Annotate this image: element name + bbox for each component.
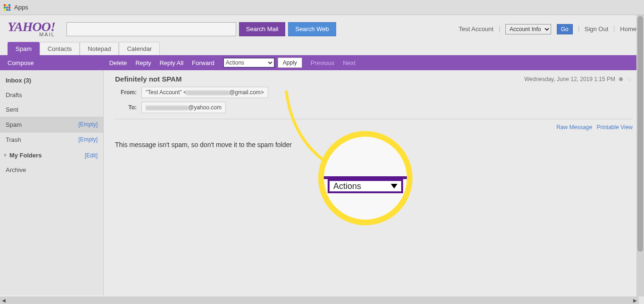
home-link[interactable]: Home [620,25,636,33]
apps-label[interactable]: Apps [14,4,28,11]
message-subject: Definitely not SPAM [115,75,182,83]
dropdown-caret-icon [391,184,397,189]
sign-out-link[interactable]: Sign Out [585,25,609,33]
caret-down-icon: ▼ [3,153,8,158]
separator [578,26,579,33]
tab-calendar[interactable]: Calendar [119,42,160,55]
from-label: From: [115,89,137,96]
sidebar-item-sent[interactable]: Sent [0,102,103,117]
to-label: To: [115,104,137,111]
message-view-links: Raw Message Printable View [115,124,633,131]
tab-contacts[interactable]: Contacts [40,42,80,55]
sidebar-item-trash[interactable]: Trash [Empty] [0,132,103,147]
redacted-text [146,106,188,110]
toolbar: Compose Delete Reply Reply All Forward A… [0,55,644,70]
delete-button[interactable]: Delete [109,59,127,66]
search-web-button[interactable]: Search Web [288,22,336,36]
scroll-right-icon[interactable]: ► [631,296,639,304]
unread-dot-icon [619,77,623,81]
header-right: Test Account Account Info Go Sign Out Ho… [459,24,636,34]
edit-folders-link[interactable]: [Edit] [85,152,98,159]
actions-select[interactable]: Actions [223,58,275,68]
sidebar-item-archive[interactable]: Archive [0,163,103,177]
raw-message-link[interactable]: Raw Message [556,124,592,131]
trash-empty-link[interactable]: [Empty] [78,136,98,143]
page: YAHOO! MAIL Search Mail Search Web Test … [0,15,644,296]
message-date: Wednesday, June 12, 2019 1:15 PM [524,76,615,82]
sidebar-item-inbox[interactable]: Inbox (3) [0,73,103,88]
previous-button[interactable]: Previous [311,59,335,66]
spam-empty-link[interactable]: [Empty] [78,121,98,128]
horizontal-scrollbar[interactable]: ◄ ► [0,296,639,304]
next-button[interactable]: Next [343,59,355,66]
sidebar-section-myfolders[interactable]: ▼ My Folders [Edit] [0,147,103,163]
go-button[interactable]: Go [557,24,573,34]
callout-circle: Actions [318,131,413,225]
redacted-text [187,90,229,95]
star-icon[interactable]: ☆ [627,75,633,83]
tabs: Spam Contacts Notepad Calendar [0,42,644,55]
apps-icon[interactable] [4,4,10,11]
from-value: "Test Account" <@gmail.com> [141,87,268,98]
vertical-scrollbar[interactable] [636,15,644,296]
search-mail-button[interactable]: Search Mail [239,22,286,36]
sidebar-item-drafts[interactable]: Drafts [0,88,103,102]
tab-spam[interactable]: Spam [8,42,40,55]
sidebar: Inbox (3) Drafts Sent Spam [Empty] Trash… [0,70,104,295]
account-info-select[interactable]: Account Info [505,24,551,34]
search-input[interactable] [66,22,236,36]
browser-bookmark-bar: Apps [0,0,644,15]
actions-select-zoomed: Actions [328,179,403,193]
scroll-left-icon[interactable]: ◄ [0,296,8,304]
compose-button[interactable]: Compose [8,59,34,66]
forward-button[interactable]: Forward [192,59,215,66]
reply-all-button[interactable]: Reply All [159,59,183,66]
test-account-label: Test Account [459,25,494,33]
yahoo-mail-logo[interactable]: YAHOO! MAIL [8,21,55,37]
sidebar-item-spam[interactable]: Spam [Empty] [0,117,103,132]
separator [614,26,614,33]
printable-view-link[interactable]: Printable View [597,124,633,131]
tab-notepad[interactable]: Notepad [80,42,119,55]
separator [499,26,500,33]
header: YAHOO! MAIL Search Mail Search Web Test … [0,15,644,42]
reply-button[interactable]: Reply [135,59,151,66]
apply-button[interactable]: Apply [278,58,302,68]
to-value: @yahoo.com [141,102,226,113]
